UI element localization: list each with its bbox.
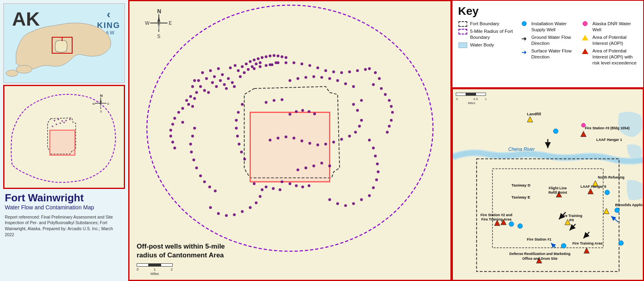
arrow-blue-icon: ➜ (521, 48, 527, 56)
svg-point-228 (553, 129, 558, 134)
detail-map: 0 0.5 1 Miles Landfill Fire Station #3 (… (452, 88, 644, 281)
svg-point-112 (328, 198, 331, 201)
svg-point-105 (316, 66, 319, 69)
svg-point-167 (181, 121, 184, 124)
svg-point-162 (195, 167, 198, 169)
svg-point-186 (243, 158, 246, 161)
svg-text:Miles: Miles (468, 101, 475, 105)
svg-point-191 (275, 61, 277, 64)
svg-point-145 (285, 136, 287, 138)
svg-point-55 (237, 69, 240, 72)
svg-point-56 (241, 65, 244, 68)
svg-point-114 (344, 204, 347, 207)
svg-point-82 (172, 123, 174, 126)
svg-point-144 (277, 137, 279, 140)
svg-rect-25 (250, 112, 329, 182)
svg-point-189 (265, 64, 268, 67)
surfacewater-label: Surface Water Flow Direction (531, 48, 577, 60)
svg-point-97 (388, 125, 391, 128)
svg-point-201 (301, 186, 304, 189)
main-map-inner: N E W S (129, 1, 450, 280)
svg-point-132 (259, 195, 262, 198)
svg-point-44 (223, 83, 226, 86)
svg-point-160 (190, 151, 193, 153)
svg-point-16 (61, 120, 63, 122)
fort-boundary-symbol (458, 21, 468, 27)
key-column-2: Installation Water Supply Well ➜ Ground … (519, 21, 577, 68)
svg-rect-237 (466, 93, 476, 96)
svg-point-65 (277, 54, 279, 57)
svg-point-181 (235, 119, 238, 122)
svg-point-169 (328, 165, 331, 167)
svg-point-164 (203, 181, 206, 183)
key-item-fort-boundary: Fort Boundary (458, 21, 515, 27)
svg-point-175 (356, 109, 359, 112)
svg-point-117 (368, 194, 371, 197)
surfacewater-symbol: ➜ (519, 48, 529, 56)
svg-point-154 (354, 131, 357, 134)
svg-point-68 (239, 75, 242, 78)
svg-point-104 (309, 64, 311, 67)
key-item-install-well: Installation Water Supply Well (519, 21, 577, 33)
svg-point-52 (195, 91, 198, 94)
svg-rect-208 (453, 90, 643, 279)
svg-point-205 (272, 187, 275, 190)
svg-point-20 (65, 120, 67, 121)
svg-point-231 (605, 190, 610, 195)
svg-text:E: E (107, 102, 109, 106)
aopi-symbol (580, 35, 590, 40)
svg-point-118 (372, 187, 375, 189)
svg-point-153 (348, 135, 351, 138)
svg-point-75 (189, 95, 192, 98)
install-well-label: Installation Water Supply Well (531, 21, 577, 33)
svg-point-123 (372, 147, 375, 149)
svg-point-194 (289, 113, 291, 116)
key-item-aopi: Area of Potential Interest (AOPI) (580, 34, 638, 46)
inset-map-svg: N E W S (4, 86, 124, 188)
detail-map-svg: 0 0.5 1 Miles Landfill Fire Station #3 (… (453, 89, 643, 280)
svg-text:Fire Station #2 and: Fire Station #2 and (480, 213, 512, 217)
svg-rect-238 (476, 93, 486, 96)
svg-text:Chena River: Chena River (508, 147, 535, 152)
key-item-surfacewater: ➜ Surface Water Flow Direction (519, 48, 577, 60)
svg-point-61 (261, 56, 264, 59)
svg-point-195 (295, 110, 298, 113)
water-body-symbol (458, 42, 468, 48)
svg-text:Office and Drum Site: Office and Drum Site (522, 257, 557, 261)
svg-point-58 (249, 60, 252, 63)
svg-point-129 (241, 210, 244, 213)
svg-point-59 (253, 58, 256, 61)
svg-point-98 (386, 131, 389, 134)
svg-point-17 (56, 124, 57, 125)
svg-text:S: S (100, 110, 102, 113)
svg-point-185 (240, 151, 243, 153)
svg-point-124 (368, 139, 371, 142)
svg-point-90 (372, 83, 375, 86)
svg-point-47 (233, 85, 236, 88)
svg-point-177 (273, 99, 275, 102)
svg-point-107 (332, 70, 335, 73)
water-body-icon (458, 42, 467, 48)
groundwater-symbol: ➜ (519, 35, 529, 42)
svg-point-39 (221, 73, 224, 76)
key-title: Key (458, 5, 638, 18)
key-column-1: Fort Boundary 5-Mile Radius of Fort Boun… (458, 21, 515, 68)
svg-point-63 (269, 54, 271, 57)
right-panel: Key Fort Boundary 5-Mile Radius of Fort … (452, 0, 644, 281)
svg-point-150 (324, 143, 327, 145)
main-map-panel: N E W S (128, 0, 452, 281)
svg-point-122 (374, 155, 377, 157)
svg-point-230 (518, 224, 523, 229)
svg-point-161 (192, 159, 195, 161)
svg-point-72 (255, 62, 258, 65)
svg-point-95 (391, 111, 394, 114)
svg-point-192 (229, 66, 232, 69)
key-item-alaska-well: Alaska DNR Water Well (580, 21, 638, 33)
svg-point-207 (253, 183, 256, 185)
arrow-black-icon: ➜ (521, 35, 527, 42)
svg-point-187 (253, 67, 256, 70)
svg-rect-5 (50, 130, 75, 155)
svg-point-155 (358, 125, 361, 128)
svg-point-125 (209, 206, 212, 209)
svg-point-151 (332, 140, 335, 143)
